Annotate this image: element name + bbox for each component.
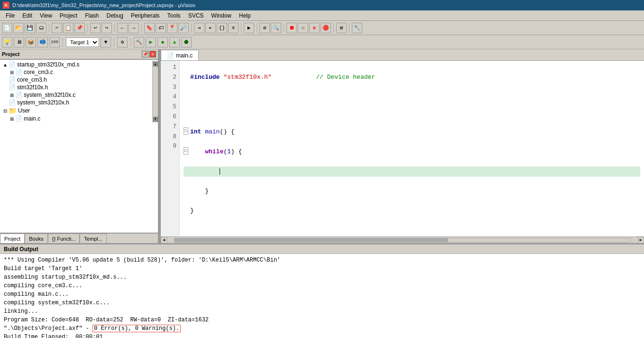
editor-hscroll[interactable]: ◄ ► xyxy=(161,236,644,243)
tb-nav-fwd[interactable]: → xyxy=(129,23,139,33)
tb-stop[interactable]: ⏹ xyxy=(286,23,297,33)
scroll-up-btn[interactable]: ▲ xyxy=(153,62,158,66)
sep4 xyxy=(141,23,142,33)
menu-tools[interactable]: Tools xyxy=(164,11,184,20)
tb-circle1[interactable]: ○ xyxy=(298,23,308,33)
title-bar: K D:\desk\stm32f1\my_Stm32_Projects\my_n… xyxy=(0,0,644,10)
tree-item-system-h[interactable]: 📄 system_stm32f10x.h xyxy=(0,99,152,106)
tb-bookmark2[interactable]: 🏷 xyxy=(156,23,166,33)
tb-copy[interactable]: 📋 xyxy=(63,23,74,33)
sep8 xyxy=(284,23,284,33)
tb-green1[interactable]: ◆ xyxy=(157,37,168,47)
tb-manage[interactable]: ⚙ xyxy=(117,37,128,47)
tb-save[interactable]: 💾 xyxy=(25,23,35,33)
tb-save-all[interactable]: 🗂 xyxy=(36,23,46,33)
collapse-8 xyxy=(184,206,188,214)
tree-item-system-c[interactable]: ⊞ 📄 system_stm32f10x.c xyxy=(0,91,152,99)
tree-item-core-cm3-c[interactable]: ⊞ 📄 core_cm3.c xyxy=(0,68,152,76)
build-content[interactable]: *** Using Compiler 'V5.06 update 5 (buil… xyxy=(0,254,644,338)
tb-format1[interactable]: {} xyxy=(217,23,227,33)
tb-window1[interactable]: ⊞ xyxy=(336,23,347,33)
tb-build[interactable]: 🔨 xyxy=(134,37,144,47)
tb-circle2[interactable]: ⊗ xyxy=(309,23,320,33)
build-line-1: Build target 'Target 1' xyxy=(4,264,640,273)
menu-peripherals[interactable]: Peripherals xyxy=(127,11,164,20)
tb-circle3[interactable]: 🔴 xyxy=(321,23,331,33)
tb-magnify[interactable]: 🔍 xyxy=(271,23,281,33)
menu-project[interactable]: Project xyxy=(56,11,81,20)
code-line-6[interactable] xyxy=(184,167,640,177)
tree-item-user-folder[interactable]: ⊟ 📁 User xyxy=(0,106,152,115)
tb-target-dropdown[interactable]: ▼ xyxy=(101,37,111,47)
collapse-7 xyxy=(184,187,188,194)
tab-functions[interactable]: {} Functi... xyxy=(48,234,80,243)
tb-redo[interactable]: ↪ xyxy=(101,23,112,33)
tb-format2[interactable]: ≡ xyxy=(228,23,239,33)
tb-run[interactable]: ▶ xyxy=(244,23,254,33)
toolbar-1: 📄 📂 💾 🗂 ✂ 📋 📌 ↩ ↪ ← → 🔖 🏷 📍 🔎 ⇥ ⇤ {} ≡ ▶… xyxy=(0,21,644,35)
sep10 xyxy=(349,23,350,33)
tb-indent1[interactable]: ⇥ xyxy=(194,23,204,33)
menu-window[interactable]: Window xyxy=(207,11,235,20)
tb-indent2[interactable]: ⇤ xyxy=(205,23,216,33)
target-select[interactable]: Target 1 xyxy=(66,38,99,47)
tree-item-stm32-h[interactable]: 📄 stm32f10x.h xyxy=(0,84,152,91)
tb-paste[interactable]: 📌 xyxy=(74,23,85,33)
code-editor[interactable]: 1 2 3 4 5 6 7 8 9 #include "stm32f10x.h"… xyxy=(161,61,644,236)
tb-open[interactable]: 📂 xyxy=(13,23,24,33)
tb-undo[interactable]: ↩ xyxy=(90,23,101,33)
tb-chip[interactable]: 💡 xyxy=(2,37,12,47)
tb-logo[interactable]: 100 xyxy=(49,37,60,47)
panel-close-btn[interactable]: ✕ xyxy=(149,51,156,57)
expand-user[interactable]: ⊟ xyxy=(2,108,9,113)
sep12 xyxy=(114,38,114,47)
collapse-5[interactable]: □ xyxy=(184,147,188,155)
tb-bookmark3[interactable]: 📍 xyxy=(167,23,177,33)
menu-flash[interactable]: Flash xyxy=(81,11,102,20)
tb-bookmark1[interactable]: 🔖 xyxy=(144,23,155,33)
tree-label-system-c: system_stm32f10x.c xyxy=(24,92,75,98)
tb-pkg[interactable]: 📫 xyxy=(37,37,48,47)
tb-nav-back[interactable]: ← xyxy=(117,23,128,33)
tree-item-main-c[interactable]: ⊞ 📄 main.c xyxy=(0,115,152,122)
tb-green3[interactable]: ⬟ xyxy=(181,37,192,47)
tb-db[interactable]: 📦 xyxy=(26,37,36,47)
menu-edit[interactable]: Edit xyxy=(18,11,36,20)
menu-file[interactable]: File xyxy=(2,11,18,20)
menu-svcs[interactable]: SVCS xyxy=(184,11,208,20)
code-content[interactable]: #include "stm32f10x.h" // Device header … xyxy=(180,61,644,236)
tree-item-core-cm3-h[interactable]: 📄 core_cm3.h xyxy=(0,76,152,84)
tab-books[interactable]: Books xyxy=(25,234,48,243)
tab-project[interactable]: Project xyxy=(0,234,25,243)
tb-settings[interactable]: ⚙ xyxy=(259,23,270,33)
project-scrollbar[interactable]: ▲ ▼ xyxy=(152,61,158,122)
menu-view[interactable]: View xyxy=(36,11,56,20)
code-line-5: □ while(1) { xyxy=(184,147,640,157)
code-text-4: int main() { xyxy=(190,127,235,137)
hscroll-thumb[interactable] xyxy=(175,238,448,242)
expand-system-c[interactable]: ⊞ xyxy=(9,93,15,98)
tb-cut[interactable]: ✂ xyxy=(52,23,62,33)
editor-tab-main-c[interactable]: 📄 main.c xyxy=(161,50,199,60)
menu-debug[interactable]: Debug xyxy=(103,11,127,20)
collapse-4[interactable]: □ xyxy=(184,127,188,135)
expand-main-c[interactable]: ⊞ xyxy=(9,116,15,122)
panel-pin-btn[interactable]: 📌 xyxy=(142,51,148,57)
menu-help[interactable]: Help xyxy=(235,11,255,20)
tb-new[interactable]: 📄 xyxy=(2,23,12,33)
hscroll-right-btn[interactable]: ► xyxy=(637,237,644,244)
hscroll-left-btn[interactable]: ◄ xyxy=(161,237,167,244)
code-text-5: while(1) { xyxy=(190,147,242,157)
tb-green2[interactable]: ▲ xyxy=(169,37,180,47)
code-text-6 xyxy=(190,167,220,177)
tb-bookmark4[interactable]: 🔎 xyxy=(178,23,189,33)
build-line-2: assembling startup_stm32f10x_md.s... xyxy=(4,273,640,282)
tb-wrench[interactable]: 🔧 xyxy=(352,23,362,33)
tree-item-startup[interactable]: ▲ 📄 startup_stm32f10x_md.s xyxy=(0,61,152,68)
tb-load[interactable]: ▶ xyxy=(146,37,156,47)
tb-cpu[interactable]: 🖥 xyxy=(14,37,24,47)
tab-templates[interactable]: Templ... xyxy=(80,234,107,243)
expand-core-cm3-c[interactable]: ⊞ xyxy=(9,70,15,75)
expand-startup[interactable]: ▲ xyxy=(2,62,9,67)
scroll-down-btn[interactable]: ▼ xyxy=(153,117,158,122)
